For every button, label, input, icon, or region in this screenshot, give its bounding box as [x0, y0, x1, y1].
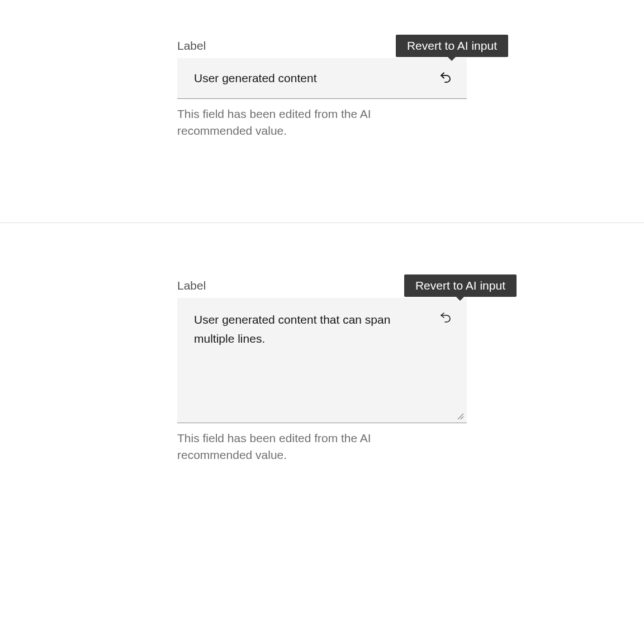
text-input-example: Revert to AI input Label This field has …: [0, 0, 644, 222]
text-input[interactable]: [177, 58, 433, 98]
textarea-example: Revert to AI input Label This field has …: [0, 222, 644, 552]
revert-tooltip: Revert to AI input: [396, 35, 508, 57]
undo-icon: [439, 70, 452, 84]
helper-text: This field has been edited from the AI r…: [177, 430, 412, 463]
textarea-input[interactable]: [177, 298, 467, 423]
tooltip-text: Revert to AI input: [407, 39, 497, 52]
undo-icon: [439, 310, 452, 324]
field-wrapper: Revert to AI input Label This field has …: [177, 39, 467, 139]
field-wrapper: Revert to AI input Label This field has …: [177, 279, 467, 463]
input-row: [177, 58, 467, 99]
textarea-row: [177, 298, 467, 423]
tooltip-text: Revert to AI input: [415, 279, 505, 292]
revert-tooltip: Revert to AI input: [404, 274, 517, 297]
helper-text: This field has been edited from the AI r…: [177, 106, 412, 139]
